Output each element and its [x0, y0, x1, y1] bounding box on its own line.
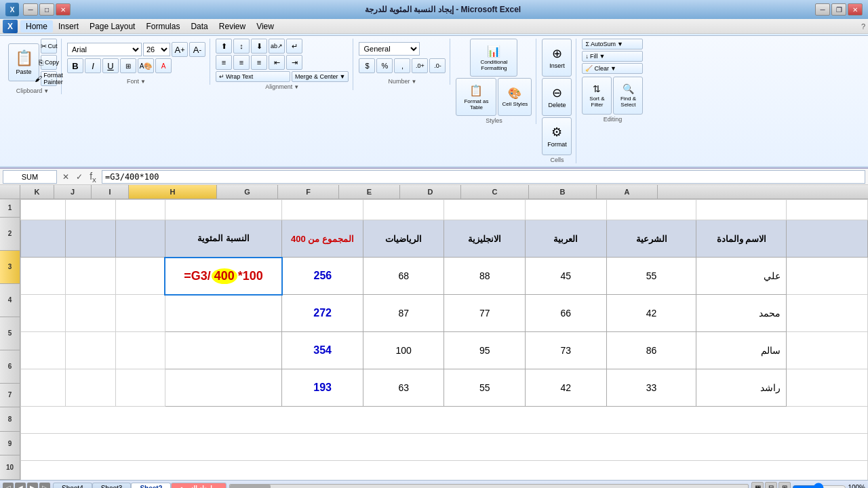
page-layout-view-btn[interactable]: ⊟ [765, 482, 777, 489]
cell-h2-percentage-header[interactable]: النسبة المئوية [165, 220, 282, 258]
row-header-2[interactable]: 2 [0, 218, 20, 251]
cell-a5[interactable] [787, 332, 868, 369]
zoom-slider[interactable] [792, 483, 846, 489]
font-color-btn[interactable]: A [155, 58, 172, 73]
cell-j1[interactable] [66, 200, 115, 220]
cell-j2[interactable] [66, 220, 115, 258]
cell-c1[interactable] [606, 200, 696, 220]
align-left-btn[interactable]: ≡ [216, 55, 232, 70]
cell-empty-9[interactable] [21, 461, 868, 481]
menu-data[interactable]: Data [185, 20, 213, 33]
number-format-select[interactable]: GeneralNumberCurrencyPercentage [359, 42, 420, 56]
menu-formulas[interactable]: Formulas [140, 20, 185, 33]
cell-i6[interactable] [115, 369, 165, 407]
cell-i4[interactable] [115, 295, 165, 332]
col-header-k[interactable]: K [20, 185, 54, 199]
font-grow-btn[interactable]: A+ [172, 42, 188, 57]
cell-g6-total[interactable]: 193 [282, 369, 363, 407]
font-size-select[interactable]: 261214161824 [143, 43, 170, 56]
cell-b2-name-header[interactable]: الاسم والمادة [696, 220, 787, 258]
fill-color-btn[interactable]: A🎨 [138, 58, 154, 73]
cell-d6-arabic[interactable]: 42 [526, 369, 607, 407]
cell-d4-arabic[interactable]: 66 [526, 295, 607, 332]
name-box[interactable] [3, 170, 57, 184]
cell-e4-english[interactable]: 77 [444, 295, 526, 332]
cell-g2-total-header[interactable]: المجموع من 400 [282, 220, 363, 258]
decimal-inc-btn[interactable]: .0+ [412, 58, 428, 73]
cell-c3-islamic[interactable]: 55 [606, 258, 696, 295]
col-header-a[interactable]: A [597, 185, 658, 199]
sheet-tab-3[interactable]: Sheet3 [92, 483, 132, 489]
cell-g3-total[interactable]: 256 [282, 258, 363, 295]
cell-g1[interactable] [282, 200, 363, 220]
cell-d2-arabic-header[interactable]: العربية [526, 220, 607, 258]
menu-home[interactable]: Home [20, 20, 53, 33]
col-header-h[interactable]: H [129, 185, 217, 199]
sheet-nav-first[interactable]: ◀ [15, 483, 26, 489]
align-right-btn[interactable]: ≡ [251, 55, 267, 70]
cell-a2[interactable] [787, 220, 868, 258]
formula-cancel-btn[interactable]: ✕ [60, 171, 72, 183]
sheet-tab-4[interactable]: Sheet4 [53, 483, 92, 489]
col-header-i[interactable]: I [92, 185, 129, 199]
cell-h4[interactable] [165, 295, 282, 332]
cell-g5-total[interactable]: 354 [282, 332, 363, 369]
row-header-1[interactable]: 1 [0, 199, 20, 218]
cell-j4[interactable] [66, 295, 115, 332]
excel-restore[interactable]: ❐ [831, 3, 846, 16]
sort-filter-btn[interactable]: ⇅ Sort & Filter [582, 77, 612, 115]
cell-empty-7[interactable] [21, 407, 868, 434]
cut-button[interactable]: ✂Cut [41, 39, 57, 54]
cell-e3-english[interactable]: 88 [444, 258, 526, 295]
row-header-6[interactable]: 6 [0, 350, 20, 384]
increase-indent-btn[interactable]: ⇥ [286, 55, 302, 70]
row-header-9[interactable]: 9 [0, 432, 20, 456]
format-cells-btn[interactable]: ⚙ Format [542, 117, 572, 155]
menu-view[interactable]: View [251, 20, 279, 33]
cell-h6[interactable] [165, 369, 282, 407]
cell-k3[interactable] [21, 258, 66, 295]
cell-i2[interactable] [115, 220, 165, 258]
align-top-btn[interactable]: ⬆ [216, 39, 232, 54]
cell-e2-english-header[interactable]: الانجليزية [444, 220, 526, 258]
italic-btn[interactable]: I [85, 58, 101, 73]
font-shrink-btn[interactable]: A- [189, 42, 205, 57]
col-header-g[interactable]: G [217, 185, 278, 199]
cell-c6-islamic[interactable]: 33 [606, 369, 696, 407]
cell-f5-math[interactable]: 100 [363, 332, 444, 369]
cell-e5-english[interactable]: 95 [444, 332, 526, 369]
sheet-nav-next[interactable]: ▷ [39, 483, 50, 489]
cell-h5[interactable] [165, 332, 282, 369]
minimize-btn[interactable]: ─ [23, 3, 38, 16]
merge-center-btn[interactable]: Merge & Center▼ [292, 71, 349, 82]
cell-empty-8[interactable] [21, 434, 868, 461]
clear-btn[interactable]: 🧹Clear▼ [582, 63, 643, 74]
cell-i5[interactable] [115, 332, 165, 369]
decrease-indent-btn[interactable]: ⇤ [269, 55, 285, 70]
cell-a3[interactable] [787, 258, 868, 295]
cell-a6[interactable] [787, 369, 868, 407]
insert-cells-btn[interactable]: ⊕ Insert [542, 39, 572, 77]
wrap-text-btn[interactable]: ↵Wrap Text [216, 71, 290, 82]
cell-k6[interactable] [21, 369, 66, 407]
page-break-view-btn[interactable]: ⊞ [778, 482, 791, 489]
cell-b5-name[interactable]: سالم [696, 332, 787, 369]
cell-c4-islamic[interactable]: 42 [606, 295, 696, 332]
decimal-dec-btn[interactable]: .0- [429, 58, 446, 73]
row-header-5[interactable]: 5 [0, 317, 20, 350]
sheet-nav-prev[interactable]: ◁ [3, 483, 14, 489]
cell-f3-math[interactable]: 68 [363, 258, 444, 295]
cell-h1[interactable] [165, 200, 282, 220]
cell-d1[interactable] [526, 200, 607, 220]
delete-cells-btn[interactable]: ⊖ Delete [542, 78, 572, 116]
cell-k2[interactable] [21, 220, 66, 258]
row-header-7[interactable]: 7 [0, 384, 20, 408]
cell-b3-name[interactable]: علي [696, 258, 787, 295]
cell-f1[interactable] [363, 200, 444, 220]
formula-confirm-btn[interactable]: ✓ [73, 171, 85, 183]
autosum-btn[interactable]: ΣAutoSum▼ [582, 39, 643, 49]
cell-f2-math-header[interactable]: الرياضيات [363, 220, 444, 258]
cell-k1[interactable] [21, 200, 66, 220]
formula-input[interactable] [102, 170, 865, 184]
cell-e1[interactable] [444, 200, 526, 220]
